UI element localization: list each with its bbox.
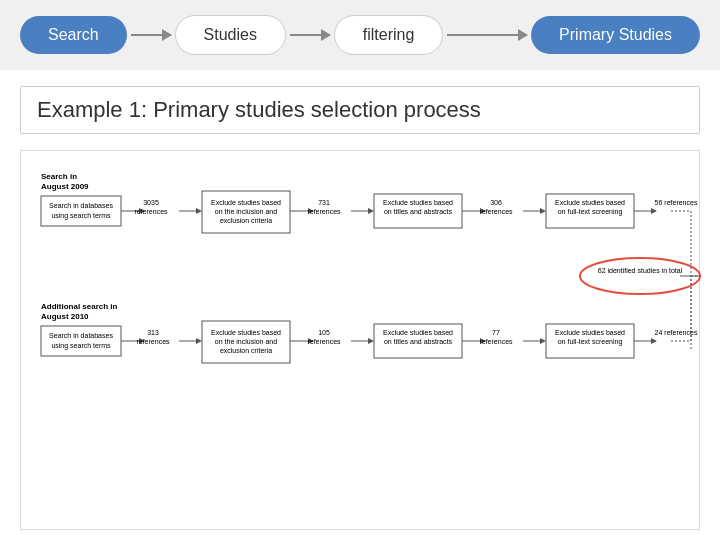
diagram-area: Search in August 2009 Search in database… xyxy=(20,150,700,530)
svg-text:62 identified studies in total: 62 identified studies in total xyxy=(598,267,683,274)
primary-studies-pill[interactable]: Primary Studies xyxy=(531,16,700,54)
svg-marker-59 xyxy=(540,338,546,344)
svg-text:56 references: 56 references xyxy=(655,199,698,206)
arrow-3 xyxy=(447,34,527,36)
svg-marker-29 xyxy=(651,208,657,214)
svg-text:731: 731 xyxy=(318,199,330,206)
top-navigation: Search Studies filtering Primary Studies xyxy=(0,0,720,70)
svg-text:on full-text screening: on full-text screening xyxy=(558,338,623,346)
svg-text:77: 77 xyxy=(492,329,500,336)
svg-text:using search terms: using search terms xyxy=(51,212,111,220)
svg-marker-42 xyxy=(196,338,202,344)
svg-text:exclusion criteria: exclusion criteria xyxy=(220,217,272,224)
svg-text:on the inclusion and: on the inclusion and xyxy=(215,208,277,215)
svg-text:Exclude studies based: Exclude studies based xyxy=(211,199,281,206)
svg-text:August 2010: August 2010 xyxy=(41,312,89,321)
row1-start-box xyxy=(41,196,121,226)
row2-header: Additional search in xyxy=(41,302,118,311)
section-title: Example 1: Primary studies selection pro… xyxy=(20,86,700,134)
svg-marker-8 xyxy=(196,208,202,214)
svg-text:105: 105 xyxy=(318,329,330,336)
arrow-1 xyxy=(131,34,171,36)
svg-text:references: references xyxy=(307,208,341,215)
svg-text:using search terms: using search terms xyxy=(51,342,111,350)
svg-text:306: 306 xyxy=(490,199,502,206)
svg-marker-63 xyxy=(651,338,657,344)
svg-text:Exclude studies based: Exclude studies based xyxy=(555,199,625,206)
row1-header: Search in xyxy=(41,172,77,181)
studies-pill[interactable]: Studies xyxy=(175,15,286,55)
svg-text:references: references xyxy=(134,208,168,215)
svg-text:on full-text screening: on full-text screening xyxy=(558,208,623,216)
svg-text:references: references xyxy=(307,338,341,345)
svg-marker-25 xyxy=(540,208,546,214)
svg-text:Search in databases: Search in databases xyxy=(49,332,113,339)
svg-marker-51 xyxy=(368,338,374,344)
filtering-pill[interactable]: filtering xyxy=(334,15,444,55)
row2-start-box xyxy=(41,326,121,356)
svg-text:on the inclusion and: on the inclusion and xyxy=(215,338,277,345)
svg-text:Search in databases: Search in databases xyxy=(49,202,113,209)
arrow-2 xyxy=(290,34,330,36)
svg-text:exclusion criteria: exclusion criteria xyxy=(220,347,272,354)
svg-text:August 2009: August 2009 xyxy=(41,182,89,191)
svg-text:on titles and abstracts: on titles and abstracts xyxy=(384,338,453,345)
svg-text:313: 313 xyxy=(147,329,159,336)
svg-text:3035: 3035 xyxy=(143,199,159,206)
svg-text:Exclude studies based: Exclude studies based xyxy=(383,329,453,336)
svg-text:references: references xyxy=(479,208,513,215)
svg-text:references: references xyxy=(136,338,170,345)
process-diagram: Search in August 2009 Search in database… xyxy=(31,161,720,531)
nav-step-search[interactable]: Search xyxy=(20,16,127,54)
nav-step-filtering[interactable]: filtering xyxy=(334,15,444,55)
svg-text:on titles and abstracts: on titles and abstracts xyxy=(384,208,453,215)
svg-text:Exclude studies based: Exclude studies based xyxy=(211,329,281,336)
main-content: Example 1: Primary studies selection pro… xyxy=(0,70,720,540)
svg-marker-17 xyxy=(368,208,374,214)
svg-text:references: references xyxy=(479,338,513,345)
svg-text:Exclude studies based: Exclude studies based xyxy=(555,329,625,336)
svg-text:Exclude studies based: Exclude studies based xyxy=(383,199,453,206)
search-pill[interactable]: Search xyxy=(20,16,127,54)
nav-step-studies[interactable]: Studies xyxy=(175,15,286,55)
nav-step-primary[interactable]: Primary Studies xyxy=(531,16,700,54)
